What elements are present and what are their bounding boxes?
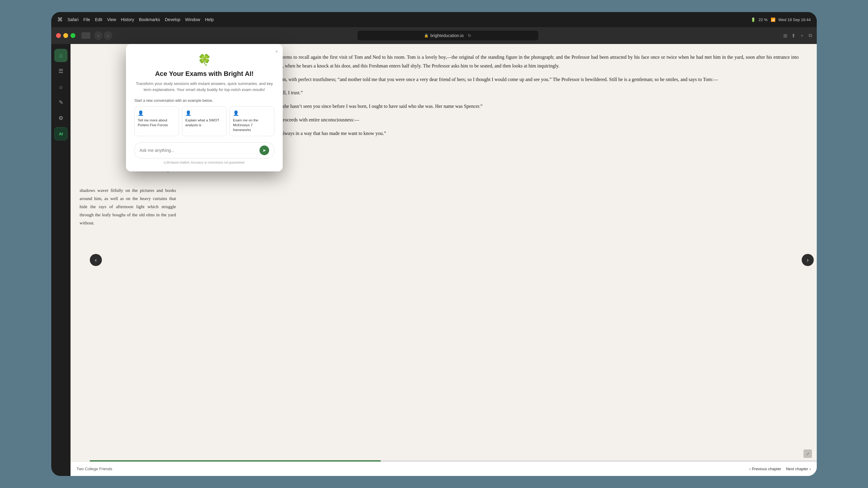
- suggestion-card-3[interactable]: 👤 Exam me on the McKinseys 7 frameworks: [230, 106, 274, 136]
- reload-icon[interactable]: ↻: [468, 33, 471, 38]
- reading-para-2: “I was awfully homesick,” says Tom, with…: [203, 75, 799, 84]
- url-display: brighteducation.io: [430, 33, 464, 38]
- time-display: Wed 18 Sep 16:44: [778, 18, 811, 22]
- prev-chapter-arrow-icon: ‹: [749, 466, 750, 471]
- list-icon: ☰: [59, 68, 63, 74]
- sidebar-item-home[interactable]: ⌂: [54, 49, 67, 62]
- apple-logo-icon: ⌘: [57, 16, 63, 23]
- reader-icon[interactable]: ⊞: [783, 33, 787, 38]
- search-icon: ⌕: [59, 84, 63, 90]
- prev-chapter-button[interactable]: ‹ Previous chapter: [749, 466, 781, 471]
- lock-icon: 🔒: [424, 33, 429, 38]
- prev-chapter-label: Previous chapter: [752, 466, 781, 471]
- suggestion-text-2: Explain what a SWOT analysis is: [185, 118, 223, 127]
- next-chapter-arrow-icon: ›: [809, 466, 811, 471]
- sidebar-item-list[interactable]: ☰: [54, 64, 67, 78]
- menu-bar-right: 🔋 22 % 📶 Wed 18 Sep 16:44: [751, 18, 811, 22]
- sidebar-item-settings[interactable]: ⚙: [54, 111, 67, 125]
- menu-bar-left: ⌘ Safari File Edit View History Bookmark…: [57, 16, 214, 23]
- tabs-icon[interactable]: ⧉: [809, 33, 812, 38]
- sidebar: ⌂ ☰ ⌕ ✎ ⚙ AI: [51, 44, 70, 476]
- reading-para-6: “She often speaks of you, sir, and alway…: [203, 129, 799, 138]
- browser-toolbar: ‹ › 🔒 brighteducation.io ↻ ⊞ ⬆ ＋ ⧉: [51, 27, 817, 44]
- reading-para-4: “Oh, yes!” says Tom. “Perhaps, as she ha…: [203, 102, 799, 111]
- chapter-nav: ‹ Previous chapter Next chapter ›: [749, 466, 811, 471]
- address-bar[interactable]: 🔒 brighteducation.io ↻: [358, 31, 538, 40]
- home-icon: ⌂: [59, 53, 63, 59]
- menu-file[interactable]: File: [84, 17, 90, 22]
- sidebar-item-ai[interactable]: AI: [54, 127, 67, 140]
- menu-bookmarks[interactable]: Bookmarks: [139, 17, 160, 22]
- panel-title: Ace Your Exams with Bright AI!: [134, 70, 274, 78]
- forward-button[interactable]: ›: [104, 31, 112, 40]
- arrow-right-icon: ›: [807, 257, 809, 263]
- next-chapter-button[interactable]: Next chapter ›: [786, 466, 811, 471]
- ai-overlay-panel: « 🍀 Ace Your Exams with Bright AI! Trans…: [126, 44, 283, 171]
- menu-history[interactable]: History: [121, 17, 134, 22]
- battery-level: 22 %: [758, 18, 768, 22]
- menu-help[interactable]: Help: [205, 17, 214, 22]
- nav-arrow-right[interactable]: ›: [802, 254, 814, 266]
- suggestion-icon-2: 👤: [185, 110, 223, 116]
- menu-view[interactable]: View: [107, 17, 116, 22]
- browser-nav-buttons: ‹ ›: [94, 31, 112, 40]
- suggestion-cards: 👤 Tell me more about Porters Five Forces…: [134, 106, 274, 136]
- send-button[interactable]: ➤: [259, 145, 269, 155]
- reading-para-3: “Pray be seated. Your mother is well, I …: [203, 89, 799, 97]
- suggestion-text-1: Tell me more about Porters Five Forces: [138, 118, 176, 127]
- menu-window[interactable]: Window: [185, 17, 200, 22]
- browser-toolbar-right: ⊞ ⬆ ＋ ⧉: [783, 33, 812, 39]
- menu-edit[interactable]: Edit: [95, 17, 102, 22]
- progress-bar-fill: [90, 460, 381, 461]
- chat-input-area: ➤: [134, 142, 274, 158]
- app-name: Safari: [67, 17, 79, 22]
- close-button[interactable]: [56, 33, 61, 38]
- fullscreen-button[interactable]: ⤢: [804, 450, 812, 458]
- new-tab-icon[interactable]: ＋: [800, 33, 804, 39]
- traffic-lights: [56, 33, 75, 38]
- suggestion-card-2[interactable]: 👤 Explain what a SWOT analysis is: [182, 106, 227, 136]
- gear-icon: ⚙: [59, 115, 63, 121]
- ai-label: AI: [59, 132, 63, 136]
- next-chapter-label: Next chapter: [786, 466, 808, 471]
- sidebar-item-edit[interactable]: ✎: [54, 96, 67, 109]
- wifi-icon: 📶: [771, 18, 775, 22]
- chat-input[interactable]: [140, 148, 257, 153]
- sidebar-toggle-button[interactable]: [82, 32, 90, 39]
- send-icon: ➤: [262, 148, 266, 153]
- panel-icon: 🍀: [134, 54, 274, 66]
- nav-arrow-left[interactable]: ‹: [90, 254, 102, 266]
- panel-close-button[interactable]: «: [276, 49, 278, 54]
- suggestion-text-3: Exam me on the McKinseys 7 frameworks: [233, 118, 271, 132]
- maximize-button[interactable]: [70, 33, 75, 38]
- left-body-text: shadows waver fitfully on the pictures a…: [80, 187, 176, 227]
- share-icon[interactable]: ⬆: [792, 33, 795, 38]
- minimize-button[interactable]: [63, 33, 68, 38]
- battery-icon: 🔋: [751, 18, 755, 22]
- progress-bar: [90, 460, 817, 461]
- panel-prompt: Start a new conversation with an example…: [134, 98, 274, 103]
- panel-subtitle: Transform your study sessions with insta…: [134, 81, 274, 93]
- reading-para-5: The Professor turns quickly. Tom proceed…: [203, 116, 799, 124]
- menu-develop[interactable]: Develop: [165, 17, 180, 22]
- back-button[interactable]: ‹: [94, 31, 102, 40]
- edit-icon: ✎: [59, 99, 63, 106]
- panel-disclaimer: LLM-based chatbot. Accuracy or correctne…: [134, 161, 274, 164]
- reading-para-1: As the Professor sits there thinking, he…: [203, 53, 799, 70]
- arrow-left-icon: ‹: [95, 257, 97, 263]
- bottom-bar: Two College Friends ‹ Previous chapter N…: [70, 461, 817, 476]
- chapter-title: Two College Friends: [76, 466, 113, 471]
- menu-bar: ⌘ Safari File Edit View History Bookmark…: [51, 12, 817, 27]
- macbook-frame: ⌘ Safari File Edit View History Bookmark…: [51, 12, 817, 476]
- suggestion-icon-3: 👤: [233, 110, 271, 116]
- suggestion-card-1[interactable]: 👤 Tell me more about Porters Five Forces: [134, 106, 179, 136]
- progress-bar-remaining: [381, 460, 817, 461]
- sidebar-item-search[interactable]: ⌕: [54, 80, 67, 93]
- suggestion-icon-1: 👤: [138, 110, 176, 116]
